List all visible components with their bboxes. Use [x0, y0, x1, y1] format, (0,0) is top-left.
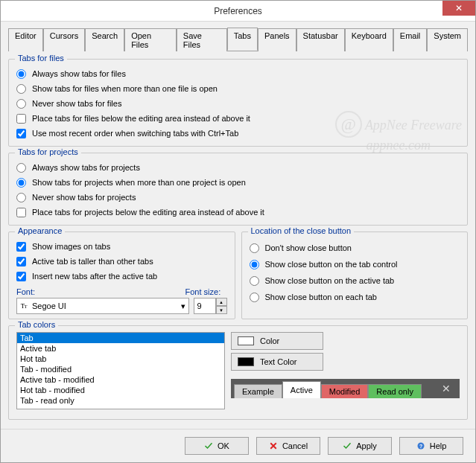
window-title: Preferences	[214, 6, 262, 16]
radio-cb-none[interactable]	[250, 243, 259, 253]
group-legend: Tabs for files	[15, 54, 67, 63]
label: Always show tabs for projects	[32, 163, 140, 172]
spin-up[interactable]: ▲	[216, 298, 227, 306]
radio-tff-multi[interactable]	[16, 84, 26, 94]
tab-panels[interactable]: Panels	[258, 28, 296, 51]
check-icon	[343, 441, 352, 450]
radio-tfp-always[interactable]	[16, 163, 26, 173]
radio-tfp-multi[interactable]	[16, 178, 26, 188]
label: Use most recent order when switching tab…	[32, 129, 238, 138]
label: Never show tabs for files	[32, 99, 121, 108]
group-legend: Tab colors	[15, 320, 58, 329]
tab-editor[interactable]: Editor	[8, 28, 43, 51]
tab-email[interactable]: Email	[393, 28, 428, 51]
font-value: Segoe UI	[32, 301, 66, 310]
label: Show images on tabs	[32, 242, 110, 251]
tab-tabs[interactable]: Tabs	[227, 28, 258, 51]
check-tff-below[interactable]	[16, 114, 26, 124]
label: Always show tabs for files	[32, 69, 126, 78]
cancel-button[interactable]: Cancel	[256, 437, 320, 455]
svg-text:?: ?	[419, 444, 422, 449]
help-icon: ?	[416, 441, 425, 450]
tab-keyboard[interactable]: Keyboard	[345, 28, 393, 51]
apply-button[interactable]: Apply	[328, 437, 392, 455]
list-item[interactable]: Active tab	[17, 343, 224, 354]
example-tab-active[interactable]: Active	[282, 381, 321, 398]
radio-tff-never[interactable]	[16, 99, 26, 109]
list-item[interactable]: Hot tab	[17, 354, 224, 364]
check-insert-after[interactable]	[16, 272, 26, 281]
group-tabs-for-projects: Tabs for projects Always show tabs for p…	[8, 153, 468, 226]
example-close-icon[interactable]: ✕	[436, 383, 457, 395]
text-color-swatch	[238, 357, 254, 366]
tab-system[interactable]: System	[427, 28, 468, 51]
group-close-button: Location of the close button Don't show …	[241, 232, 469, 319]
label: Don't show close button	[265, 243, 352, 252]
label: Show close button on the tab control	[265, 260, 398, 269]
font-size-input[interactable]	[194, 298, 216, 314]
list-item[interactable]: Tab	[17, 333, 224, 343]
example-tab[interactable]: Example	[234, 384, 282, 398]
title-bar: Preferences ✕	[1, 1, 475, 22]
font-icon: TT	[20, 301, 29, 310]
check-show-images[interactable]	[16, 242, 26, 252]
tab-color-list[interactable]: TabActive tabHot tabTab - modifiedActive…	[16, 332, 225, 409]
group-legend: Appearance	[15, 226, 65, 235]
label: Active tab is taller than other tabs	[32, 257, 153, 266]
list-item[interactable]: Tab - read only	[17, 395, 224, 406]
tab-statusbar[interactable]: Statusbar	[296, 28, 345, 51]
color-swatch	[238, 336, 254, 345]
label: Insert new tabs after the active tab	[32, 272, 157, 281]
label: Help	[430, 441, 447, 450]
group-tabs-for-files: Tabs for files Always show tabs for file…	[8, 59, 468, 147]
radio-cb-each[interactable]	[250, 293, 259, 302]
spin-down[interactable]: ▼	[216, 306, 227, 314]
close-button[interactable]: ✕	[442, 1, 475, 16]
label: Show tabs for files when more than one f…	[32, 84, 218, 93]
text-color-button[interactable]: Text Color	[231, 353, 323, 371]
check-icon	[204, 441, 213, 450]
tab-cursors[interactable]: Cursors	[43, 28, 86, 51]
group-legend: Tabs for projects	[15, 147, 81, 156]
label: Color	[260, 336, 279, 345]
tab-save-files[interactable]: Save Files	[177, 28, 227, 51]
label: OK	[218, 441, 229, 450]
x-icon	[269, 441, 278, 450]
tab-open-files[interactable]: Open Files	[124, 28, 177, 51]
help-button[interactable]: ? Help	[399, 437, 463, 455]
example-bar: Example Active Modified Read only ✕	[231, 379, 460, 398]
label: Place tabs for files below the editing a…	[32, 114, 250, 123]
tab-bar: EditorCursorsSearchOpen FilesSave FilesT…	[8, 28, 468, 51]
check-tff-mru[interactable]	[16, 129, 26, 138]
label: Cancel	[282, 441, 308, 450]
label: Show tabs for projects when more than on…	[32, 178, 246, 187]
ok-button[interactable]: OK	[185, 437, 249, 455]
radio-cb-active[interactable]	[250, 276, 259, 286]
list-item[interactable]: Tab - modified	[17, 364, 224, 374]
check-active-taller[interactable]	[16, 257, 26, 266]
label: Never show tabs for projects	[32, 193, 136, 202]
check-tfp-below[interactable]	[16, 208, 26, 217]
list-item[interactable]: Hot tab - modified	[17, 385, 224, 395]
radio-tff-always[interactable]	[16, 69, 26, 79]
radio-tfp-never[interactable]	[16, 193, 26, 202]
label: Show close button on each tab	[265, 293, 377, 301]
label: Show close button on the active tab	[265, 276, 395, 285]
example-tab-readonly[interactable]: Read only	[368, 384, 422, 398]
chevron-down-icon: ▾	[181, 301, 185, 311]
group-legend: Location of the close button	[248, 226, 355, 235]
radio-cb-control[interactable]	[250, 260, 259, 269]
list-item[interactable]: Active tab - modified	[17, 374, 224, 385]
tab-search[interactable]: Search	[85, 28, 124, 51]
font-select[interactable]: TT Segoe UI ▾	[16, 298, 189, 314]
label: Text Color	[260, 357, 297, 366]
font-size-label: Font size:	[185, 287, 227, 296]
label: Place tabs for projects below the editin…	[32, 208, 264, 217]
font-label: Font:	[16, 287, 178, 296]
color-button[interactable]: Color	[231, 332, 323, 350]
label: Apply	[356, 441, 377, 450]
svg-text:T: T	[24, 304, 28, 309]
group-tab-colors: Tab colors TabActive tabHot tabTab - mod…	[8, 325, 468, 420]
example-tab-modified[interactable]: Modified	[321, 384, 369, 398]
group-appearance: Appearance Show images on tabs Active ta…	[8, 232, 235, 319]
